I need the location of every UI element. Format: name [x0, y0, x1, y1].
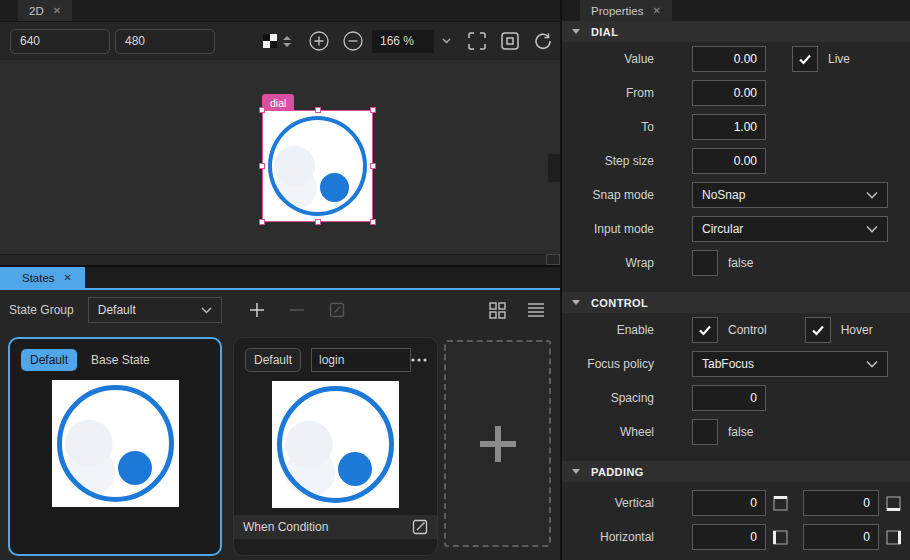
reset-view-icon[interactable]: [533, 31, 553, 51]
dial-ring: [277, 386, 394, 503]
remove-state-group-button[interactable]: [288, 301, 306, 319]
state-cards-row: Default Base State Default: [0, 330, 560, 560]
dial-handle-dot: [118, 451, 152, 485]
when-condition-bar[interactable]: When Condition: [234, 515, 437, 539]
resize-handle[interactable]: [315, 219, 321, 225]
live-checkbox[interactable]: [792, 46, 818, 72]
canvas-toolbar: 640 480: [0, 21, 560, 60]
canvas-vertical-scrollbar[interactable]: [547, 60, 560, 254]
section-dial[interactable]: DIAL: [562, 21, 910, 42]
close-icon[interactable]: ✕: [53, 6, 61, 16]
canvas-height-input[interactable]: 480: [115, 29, 215, 54]
scrollbar-corner: [546, 254, 560, 265]
dial-component[interactable]: [263, 111, 372, 221]
add-state-group-button[interactable]: [248, 301, 266, 319]
section-padding[interactable]: PADDING: [562, 461, 910, 482]
properties-tabbar: Properties ✕: [562, 0, 910, 21]
dial-selection-box[interactable]: dial: [262, 110, 373, 222]
resize-handle[interactable]: [370, 219, 376, 225]
rename-state-group-button[interactable]: [328, 301, 346, 319]
more-options-icon[interactable]: [411, 358, 427, 362]
padding-top-icon: [772, 495, 789, 512]
close-icon[interactable]: ✕: [64, 273, 72, 283]
to-row: To 1.00: [562, 110, 910, 144]
padding-left-input[interactable]: 0: [692, 524, 766, 550]
background-color-icon[interactable]: [263, 34, 277, 48]
hover-checkbox[interactable]: [805, 317, 831, 343]
collapse-triangle-icon[interactable]: [572, 469, 580, 474]
zoom-out-icon[interactable]: [342, 30, 364, 52]
canvas-horizontal-scrollbar[interactable]: [0, 254, 546, 265]
tab-properties[interactable]: Properties ✕: [580, 0, 672, 21]
padding-right-icon: [885, 529, 902, 546]
state-group-select[interactable]: Default: [88, 297, 222, 323]
zoom-level-field[interactable]: 166 %: [372, 30, 434, 53]
control-checkbox[interactable]: [692, 317, 718, 343]
spacing-input[interactable]: 0: [692, 385, 766, 411]
state-name: Base State: [91, 353, 150, 367]
from-input[interactable]: 0.00: [692, 80, 766, 106]
fit-canvas-icon[interactable]: [467, 31, 487, 51]
wheel-value-label: false: [728, 425, 753, 439]
step-size-input[interactable]: 0.00: [692, 148, 766, 174]
padding-right-input[interactable]: 0: [803, 524, 879, 550]
input-mode-select[interactable]: Circular: [692, 216, 888, 242]
default-state-badge[interactable]: Default: [21, 349, 77, 371]
padding-top-input[interactable]: 0: [692, 490, 766, 516]
chevron-down-icon: [866, 225, 878, 233]
state-group-label: State Group: [9, 303, 74, 317]
tab-2d[interactable]: 2D ✕: [18, 0, 72, 21]
value-input[interactable]: 0.00: [692, 46, 766, 72]
qt-design-studio-window: 2D ✕ 640 480: [0, 0, 910, 560]
spacing-row: Spacing 0: [562, 381, 910, 415]
thumbnail-view-icon[interactable]: [488, 301, 507, 320]
list-view-icon[interactable]: [527, 302, 545, 318]
to-input[interactable]: 1.00: [692, 114, 766, 140]
scrollbar-thumb[interactable]: [548, 154, 560, 182]
wheel-checkbox[interactable]: [692, 419, 718, 445]
background-cycle-stepper[interactable]: [282, 35, 292, 48]
default-state-badge[interactable]: Default: [245, 348, 301, 372]
step-size-row: Step size 0.00: [562, 144, 910, 178]
state-thumbnail: [272, 381, 399, 508]
wrap-checkbox[interactable]: [692, 250, 718, 276]
wrap-value-label: false: [728, 256, 753, 270]
snap-mode-select[interactable]: NoSnap: [692, 182, 888, 208]
dial-handle-dot: [320, 173, 349, 203]
zoom-to-selection-icon[interactable]: [500, 31, 520, 51]
add-state-card[interactable]: [444, 340, 551, 547]
canvas-width-input[interactable]: 640: [10, 29, 110, 54]
design-canvas[interactable]: dial: [0, 60, 560, 265]
chevron-down-icon: [866, 360, 878, 368]
value-row: Value 0.00 Live: [562, 42, 910, 76]
state-thumbnail: [52, 380, 179, 507]
padding-vertical-row: Vertical 0 0: [562, 486, 910, 520]
zoom-in-icon[interactable]: [308, 30, 330, 52]
edit-condition-icon[interactable]: [412, 519, 428, 535]
states-tabbar: States ✕: [0, 267, 560, 290]
add-state-plus-icon: [475, 421, 521, 467]
resize-handle[interactable]: [259, 107, 265, 113]
zoom-dropdown-chevron-icon[interactable]: [442, 38, 451, 44]
close-icon[interactable]: ✕: [652, 6, 660, 16]
resize-handle[interactable]: [315, 107, 321, 113]
collapse-triangle-icon[interactable]: [572, 300, 580, 305]
canvas-tabbar: 2D ✕: [0, 0, 560, 21]
properties-pane: Properties ✕ DIAL Value 0.00 Live From 0…: [560, 0, 910, 560]
resize-handle[interactable]: [259, 219, 265, 225]
padding-horizontal-row: Horizontal 0 0: [562, 520, 910, 554]
collapse-triangle-icon[interactable]: [572, 29, 580, 34]
padding-bottom-icon: [885, 495, 902, 512]
resize-handle[interactable]: [259, 163, 265, 169]
resize-handle[interactable]: [370, 163, 376, 169]
state-card-base[interactable]: Default Base State: [8, 337, 222, 556]
state-card-login[interactable]: Default When Condition: [233, 337, 438, 556]
state-name-input[interactable]: [311, 348, 411, 372]
tab-states[interactable]: States ✕: [0, 267, 85, 288]
padding-bottom-input[interactable]: 0: [803, 490, 879, 516]
section-control[interactable]: CONTROL: [562, 292, 910, 313]
input-mode-row: Input mode Circular: [562, 212, 910, 246]
focus-policy-select[interactable]: TabFocus: [692, 351, 888, 377]
resize-handle[interactable]: [370, 107, 376, 113]
selection-label: dial: [262, 94, 294, 111]
